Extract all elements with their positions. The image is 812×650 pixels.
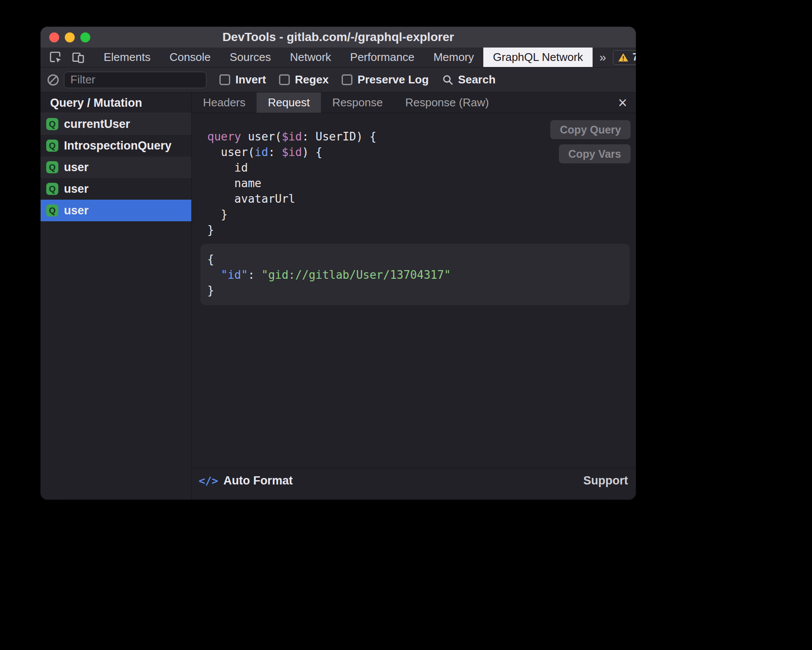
query-name: user: [64, 182, 89, 196]
tab-sources[interactable]: Sources: [220, 48, 280, 67]
checkbox-label: Regex: [295, 73, 329, 86]
close-icon: ×: [618, 94, 627, 112]
detail-footer: </> Auto Format Support: [192, 468, 636, 500]
devtools-window: DevTools - gitlab.com/-/graphql-explorer…: [41, 27, 636, 500]
preserve-log-checkbox[interactable]: Preserve Log: [342, 73, 429, 86]
checkbox-label: Invert: [235, 73, 266, 86]
titlebar: DevTools - gitlab.com/-/graphql-explorer: [41, 27, 636, 48]
code-line: avatarUrl: [207, 191, 630, 207]
more-tabs-button[interactable]: »: [593, 48, 613, 67]
tab-response-raw[interactable]: Response (Raw): [394, 92, 500, 113]
search-toggle[interactable]: Search: [442, 73, 496, 86]
query-list-item[interactable]: Q IntrospectionQuery: [41, 135, 191, 156]
tab-elements[interactable]: Elements: [94, 48, 160, 67]
query-list-item[interactable]: Q user: [41, 156, 191, 178]
tab-label: GraphQL Network: [493, 51, 583, 64]
tab-label: Console: [169, 51, 210, 64]
auto-format-button[interactable]: </> Auto Format: [199, 474, 293, 488]
detail-tab-label: Response (Raw): [405, 96, 489, 109]
tab-label: Performance: [350, 51, 415, 64]
code-line: {: [207, 252, 621, 267]
tab-network[interactable]: Network: [280, 48, 340, 67]
code-line: name: [207, 175, 630, 191]
checkbox-box[interactable]: [219, 74, 230, 85]
query-type-badge: Q: [46, 140, 58, 152]
window-title: DevTools - gitlab.com/-/graphql-explorer: [222, 30, 454, 44]
checkbox-box[interactable]: [279, 74, 290, 85]
query-type-badge: Q: [46, 161, 58, 173]
minimize-window-button[interactable]: [65, 32, 75, 42]
devtools-tab-bar: Elements Console Sources Network Perform…: [41, 48, 636, 67]
code-brackets-icon: </>: [199, 475, 218, 487]
auto-format-label: Auto Format: [223, 474, 292, 488]
warning-count: 7: [632, 51, 636, 63]
tab-console[interactable]: Console: [160, 48, 220, 67]
tab-request[interactable]: Request: [257, 92, 321, 113]
traffic-lights: [49, 27, 90, 48]
code-line: }: [207, 222, 630, 238]
inspect-element-button[interactable]: [48, 49, 64, 66]
network-toolbar: Invert Regex Preserve Log Search: [41, 67, 636, 92]
close-detail-button[interactable]: ×: [618, 95, 627, 111]
support-link[interactable]: Support: [584, 474, 628, 488]
query-type-badge: Q: [46, 183, 58, 195]
checkbox-label: Preserve Log: [358, 73, 429, 86]
tab-response[interactable]: Response: [321, 92, 394, 113]
devtools-right-controls: 7 1 ⚙ ⋮: [613, 48, 636, 67]
search-label: Search: [458, 73, 496, 86]
filter-input[interactable]: [64, 72, 206, 88]
query-list-header: Query / Mutation: [41, 92, 191, 113]
tab-label: Memory: [433, 51, 474, 64]
detail-tab-label: Headers: [203, 96, 245, 109]
query-name: user: [64, 204, 89, 217]
zoom-window-button[interactable]: [80, 32, 90, 42]
inspect-cursor-icon: [49, 51, 63, 64]
detail-tab-bar: Headers Request Response Response (Raw): [192, 92, 636, 113]
devtools-left-icons: [41, 48, 92, 67]
detail-panel: Headers Request Response Response (Raw): [192, 92, 636, 500]
tab-headers[interactable]: Headers: [192, 92, 257, 113]
chevron-more-icon: »: [599, 51, 606, 64]
tab-label: Sources: [230, 51, 271, 64]
query-name: user: [64, 161, 89, 174]
main-split: Query / Mutation Q currentUser Q Introsp…: [41, 92, 636, 500]
code-line: "id": "gid://gitlab/User/13704317": [207, 267, 621, 283]
query-type-badge: Q: [46, 204, 58, 217]
copy-query-button[interactable]: Copy Query: [550, 120, 631, 139]
tab-graphql-network[interactable]: GraphQL Network: [483, 48, 593, 67]
clear-requests-icon[interactable]: [48, 74, 59, 86]
request-tab-content: query user($id: UserID) { user(id: $id) …: [192, 113, 636, 468]
query-list-item[interactable]: Q currentUser: [41, 113, 191, 135]
device-toolbar-icon: [71, 51, 85, 64]
detail-tab-label: Request: [268, 96, 310, 109]
query-name: IntrospectionQuery: [64, 139, 171, 153]
invert-checkbox[interactable]: Invert: [219, 73, 266, 86]
query-name: currentUser: [64, 118, 130, 131]
tab-memory[interactable]: Memory: [424, 48, 483, 67]
warning-icon: [618, 52, 629, 63]
query-list-item[interactable]: Q user: [41, 200, 191, 221]
checkbox-box[interactable]: [342, 74, 352, 85]
device-toolbar-button[interactable]: [70, 49, 86, 66]
query-type-badge: Q: [46, 118, 58, 130]
code-line: }: [207, 207, 630, 222]
tab-label: Elements: [104, 51, 150, 64]
detail-tab-label: Response: [332, 96, 383, 109]
regex-checkbox[interactable]: Regex: [279, 73, 329, 86]
close-window-button[interactable]: [49, 32, 59, 42]
tab-label: Network: [290, 51, 331, 64]
variables-box: { "id": "gid://gitlab/User/13704317"}: [200, 244, 630, 305]
console-warnings-badge[interactable]: 7: [613, 50, 636, 65]
query-list: Q currentUser Q IntrospectionQuery Q use…: [41, 113, 191, 500]
copy-vars-button[interactable]: Copy Vars: [559, 144, 631, 163]
query-sidebar: Query / Mutation Q currentUser Q Introsp…: [41, 92, 192, 500]
search-icon: [442, 74, 454, 86]
tab-performance[interactable]: Performance: [341, 48, 424, 67]
query-list-item[interactable]: Q user: [41, 178, 191, 200]
code-line: }: [207, 283, 621, 298]
